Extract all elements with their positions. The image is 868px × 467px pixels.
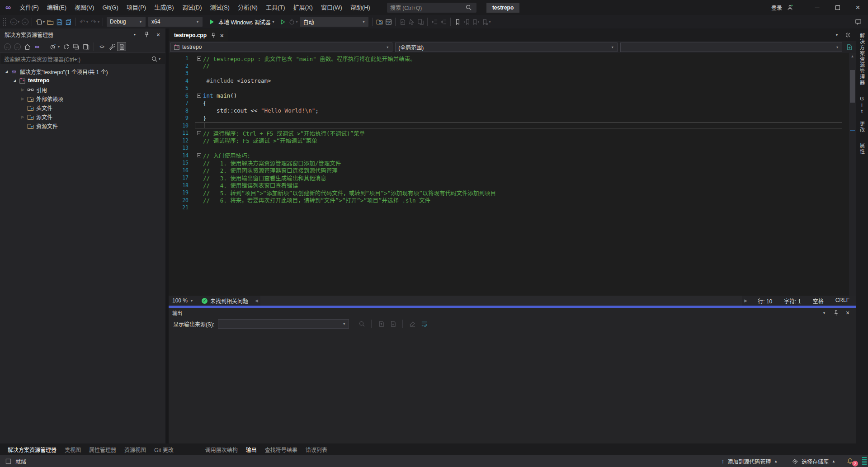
nav-forward-icon[interactable]: → [13,42,22,51]
code-line[interactable]: 19// 5. 转到“项目”>“添加新项”以创建新的代码文件，或转到“项目”>“… [169,189,856,197]
code-line[interactable]: 11// 运行程序: Ctrl + F5 或调试 >“开始执行(不调试)”菜单 [169,129,856,137]
document-chart-icon[interactable] [398,17,407,26]
home-icon[interactable] [23,42,32,51]
active-files-chevron-icon[interactable]: ▾ [832,30,841,39]
editor-vertical-scrollbar[interactable]: ▲ [849,53,856,296]
clear-all-icon[interactable] [408,320,417,329]
collapsed-arrow-icon[interactable]: ▷ [19,115,26,119]
bottom-tool-tab[interactable]: 错误列表 [302,446,331,453]
tree-item[interactable]: ◢testrepo [0,76,165,85]
collapse-region-icon[interactable] [195,131,203,135]
code-line[interactable]: 9} [169,114,856,122]
next-message-icon[interactable] [388,320,397,329]
project-dropdown[interactable]: testrepo ▾ [170,42,392,52]
pin-icon[interactable] [142,30,151,39]
tree-item[interactable]: ▷源文件 [0,112,165,121]
code-line[interactable]: 5 [169,85,856,92]
platform-select[interactable]: x64▾ [148,17,203,27]
nav-forward-icon[interactable]: → [20,17,29,26]
document-tab[interactable]: testrepo.cpp × [170,29,228,41]
previous-bookmark-icon[interactable] [462,17,471,26]
bottom-tool-tab[interactable]: 调用层次结构 [201,446,242,453]
search-options-chevron-icon[interactable]: ▾ [159,57,160,61]
notifications-button[interactable]: 2 [843,457,861,466]
bottom-tool-tab[interactable]: 类视图 [61,446,85,453]
code-line[interactable]: 8 std::cout << "Hello World!\n"; [169,107,856,115]
clear-bookmarks-icon[interactable] [480,17,489,26]
line-indent-icon[interactable] [430,17,439,26]
pin-tab-icon[interactable] [210,32,217,38]
window-position-chevron-icon[interactable]: ▾ [820,308,829,317]
output-source-dropdown[interactable]: ▾ [218,319,349,329]
bottom-tool-tab[interactable]: 输出 [242,446,261,453]
collapse-region-icon[interactable] [195,57,203,61]
collapse-box-icon[interactable] [197,153,201,157]
bottom-tool-tab[interactable]: 解决方案资源管理器 [4,446,61,453]
bottom-tool-tab[interactable]: Git 更改 [150,446,178,453]
close-tab-icon[interactable]: × [220,32,224,39]
folder-search-icon[interactable] [375,17,384,26]
chevron-down-icon[interactable]: ▾ [98,20,99,24]
save-all-icon[interactable] [64,17,73,26]
collapse-box-icon[interactable] [197,94,201,98]
code-line[interactable]: 12// 调试程序: F5 或调试 >“开始调试”菜单 [169,137,856,145]
tree-item[interactable]: 头文件 [0,103,165,112]
close-icon[interactable]: × [843,308,852,317]
member-dropdown[interactable]: ▾ [620,42,842,52]
window-position-chevron-icon[interactable]: ▾ [130,30,139,39]
restore-button[interactable] [827,0,848,15]
output-content[interactable] [169,330,856,443]
code-line[interactable]: 17// 3. 使用输出窗口查看生成输出和其他消息 [169,174,856,182]
start-without-debugging-icon[interactable] [278,17,287,26]
expanded-arrow-icon[interactable]: ◢ [11,79,18,83]
code-line[interactable]: 16// 2. 使用团队资源管理器窗口连接到源代码管理 [169,167,856,175]
menu-item[interactable]: 扩展(X) [289,0,317,15]
toolbar-drag-grip[interactable] [3,18,6,26]
select-repository-button[interactable]: 选择存储库 ▲ [785,458,843,465]
collapsed-arrow-icon[interactable]: ▷ [19,97,26,101]
code-line[interactable]: 18// 4. 使用错误列表窗口查看错误 [169,182,856,189]
menu-item[interactable]: 窗口(W) [317,0,346,15]
tree-item[interactable]: 资源文件 [0,121,165,130]
right-tool-tab[interactable]: Git 更改 [859,96,866,133]
code-line[interactable]: 13 [169,144,856,152]
collapse-all-icon[interactable] [71,42,80,51]
save-icon[interactable] [55,17,64,26]
line-unindent-icon[interactable] [439,17,448,26]
menu-item[interactable]: 分析(N) [234,0,262,15]
copy-structure-icon[interactable] [416,17,425,26]
sign-in-button[interactable]: 登录 [771,3,794,12]
menu-item[interactable]: 文件(F) [15,0,43,15]
search-icon[interactable] [150,54,159,63]
previous-message-icon[interactable] [377,320,386,329]
whitespace-mode-indicator[interactable]: 空格 [813,297,824,305]
menu-item[interactable]: Git(G) [98,0,122,15]
bottom-tool-tab[interactable]: 属性管理器 [85,446,120,453]
editor-options-gear-icon[interactable] [843,30,852,39]
minimize-button[interactable]: ─ [807,0,827,15]
chevron-down-icon[interactable]: ▾ [43,20,45,24]
tree-item[interactable]: ▷引用 [0,85,165,94]
scope-dropdown[interactable]: (全局范围) ▾ [395,42,617,52]
expanded-arrow-icon[interactable]: ◢ [3,70,10,74]
scroll-right-arrow-icon[interactable]: ▶ [742,298,750,303]
menu-item[interactable]: 调试(D) [178,0,206,15]
find-message-icon[interactable] [357,320,366,329]
chevron-down-icon[interactable]: ▾ [58,45,60,49]
menu-item[interactable]: 项目(P) [123,0,150,15]
view-code-icon[interactable]: <> [97,42,106,51]
close-button[interactable]: × [848,0,868,15]
add-to-source-control-button[interactable]: ↑ 添加到源代码管理 ▲ [714,458,785,465]
bottom-tool-tab[interactable]: 资源视图 [120,446,150,453]
tree-item[interactable]: ▷外部依赖项 [0,94,165,103]
collapse-box-icon[interactable] [197,131,201,135]
scrollbar-thumb[interactable] [850,70,855,103]
pin-icon[interactable] [831,308,840,317]
new-project-icon[interactable] [34,17,43,26]
preview-selected-icon[interactable] [81,42,90,51]
quick-search-input[interactable]: 搜索 (Ctrl+Q) [387,3,476,13]
code-line[interactable]: 3 [169,70,856,77]
code-line[interactable]: 21 [169,204,856,212]
code-editor[interactable]: 1// testrepo.cpp : 此文件包含 "main" 函数。程序执行将… [169,53,856,296]
background-tasks-icon[interactable] [4,457,13,466]
